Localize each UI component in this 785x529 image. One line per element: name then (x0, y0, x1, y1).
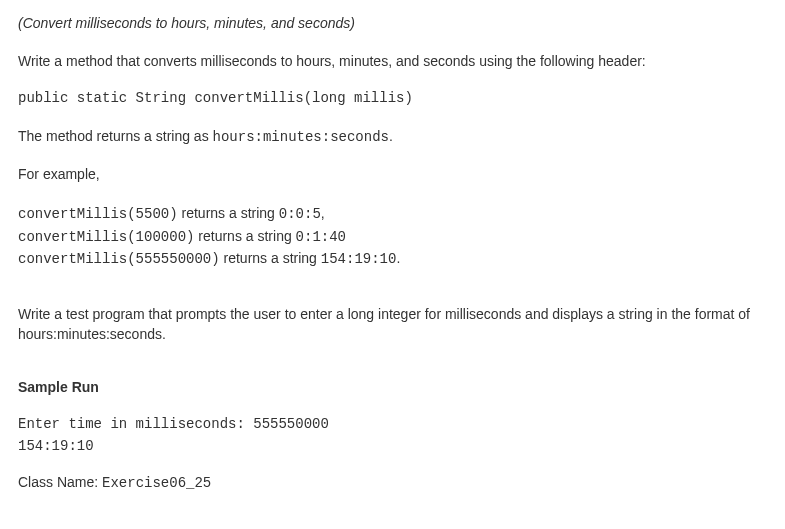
example3-result: 154:19:10 (321, 251, 397, 267)
example1-result: 0:0:5 (279, 206, 321, 222)
example3-mid: returns a string (220, 250, 321, 266)
example1-mid: returns a string (178, 205, 279, 221)
returns-prefix: The method returns a string as (18, 128, 213, 144)
example1-call: convertMillis(5500) (18, 206, 178, 222)
example-line-3: convertMillis(555550000) returns a strin… (18, 248, 767, 271)
example2-call: convertMillis(100000) (18, 229, 194, 245)
example3-call: convertMillis(555550000) (18, 251, 220, 267)
example3-suffix: . (396, 250, 400, 266)
returns-format: hours:minutes:seconds (213, 129, 389, 145)
for-example-label: For example, (18, 165, 767, 185)
intro-paragraph: Write a method that converts millisecond… (18, 52, 767, 72)
sample-run-block: Enter time in milliseconds: 555550000 15… (18, 414, 767, 457)
returns-suffix: . (389, 128, 393, 144)
example-line-2: convertMillis(100000) returns a string 0… (18, 226, 767, 249)
returns-paragraph: The method returns a string as hours:min… (18, 127, 767, 148)
example2-result: 0:1:40 (296, 229, 346, 245)
example2-mid: returns a string (194, 228, 295, 244)
sample-run-title: Sample Run (18, 378, 767, 398)
method-header-code: public static String convertMillis(long … (18, 89, 767, 109)
class-name-line: Class Name: Exercise06_25 (18, 473, 767, 494)
instruction-paragraph: Write a test program that prompts the us… (18, 305, 767, 344)
exercise-title: (Convert milliseconds to hours, minutes,… (18, 14, 767, 34)
class-name-label: Class Name: (18, 474, 102, 490)
class-name-value: Exercise06_25 (102, 475, 211, 491)
example1-suffix: , (321, 205, 325, 221)
example-line-1: convertMillis(5500) returns a string 0:0… (18, 203, 767, 226)
examples-block: convertMillis(5500) returns a string 0:0… (18, 203, 767, 271)
